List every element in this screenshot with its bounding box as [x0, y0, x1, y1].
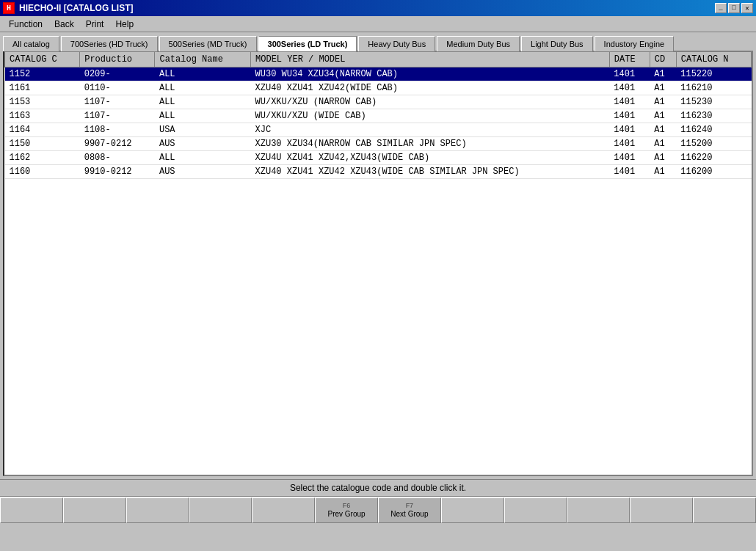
status-message: Select the catalogue code and double cli… [290, 483, 466, 493]
table-cell: A1 [650, 165, 676, 179]
col-cd: CD [650, 52, 676, 67]
table-cell: 9910-0212 [80, 165, 155, 179]
table-cell: 1150 [5, 137, 80, 151]
table-cell: 1153 [5, 95, 80, 109]
table-cell: XJC [251, 123, 610, 137]
fkey-6[interactable]: F6Prev Group [315, 497, 378, 523]
status-bar: Select the catalogue code and double cli… [0, 479, 756, 497]
table-cell: 1164 [5, 123, 80, 137]
fkey-10 [567, 497, 630, 523]
col-catalog-n: CATALOG N [676, 52, 751, 67]
table-cell: 1161 [5, 81, 80, 95]
app-icon: H [3, 2, 15, 14]
table-cell: XZU30 XZU34(NARROW CAB SIMILAR JPN SPEC) [251, 137, 610, 151]
tab-industry-engine[interactable]: Industory Engine [595, 36, 675, 51]
table-body: 11520209-ALLWU30 WU34 XZU34(NARROW CAB)1… [5, 67, 752, 179]
table-cell: A1 [650, 137, 676, 151]
table-cell: 115220 [676, 67, 751, 81]
table-cell: 1152 [5, 67, 80, 81]
tab-light-duty-bus[interactable]: Light Duty Bus [521, 36, 593, 51]
table-cell: 1401 [609, 81, 650, 95]
tab-all-catalog[interactable]: All catalog [3, 36, 59, 51]
menu-bar: Function Back Print Help [0, 16, 756, 32]
table-row[interactable]: 11531107-ALLWU/XKU/XZU (NARROW CAB)1401A… [5, 95, 752, 109]
table-cell: 1163 [5, 109, 80, 123]
col-catalog-c: CATALOG C [5, 52, 80, 67]
tab-heavy-duty-bus[interactable]: Heavy Duty Bus [358, 36, 435, 51]
menu-help[interactable]: Help [109, 18, 139, 31]
table-cell: 1401 [609, 123, 650, 137]
table-cell: 0808- [80, 151, 155, 165]
table-row[interactable]: 11609910-0212AUSXZU40 XZU41 XZU42 XZU43(… [5, 165, 752, 179]
table-row[interactable]: 11620808-ALLXZU4U XZU41 XZU42,XZU43(WIDE… [5, 151, 752, 165]
table-cell: ALL [155, 109, 251, 123]
tab-700series[interactable]: 700Series (HD Truck) [61, 36, 158, 51]
fkey-label: Prev Group [327, 510, 365, 519]
table-cell: 1401 [609, 95, 650, 109]
title-bar-buttons[interactable]: _ □ ✕ [715, 3, 753, 13]
tab-medium-duty-bus[interactable]: Medium Duty Bus [437, 36, 520, 51]
table-cell: 116240 [676, 123, 751, 137]
table-row[interactable]: 11631107-ALLWU/XKU/XZU (WIDE CAB)1401A11… [5, 109, 752, 123]
table-cell: 0110- [80, 81, 155, 95]
fkey-label: Next Group [390, 510, 428, 519]
table-cell: A1 [650, 81, 676, 95]
minimize-button[interactable]: _ [715, 3, 727, 13]
fkey-5 [252, 497, 315, 523]
table-cell: ALL [155, 67, 251, 81]
table-row[interactable]: 11641108-USAXJC1401A1116240 [5, 123, 752, 137]
table-cell: 1401 [609, 137, 650, 151]
fkey-7[interactable]: F7Next Group [378, 497, 441, 523]
table-row[interactable]: 11610110-ALLXZU40 XZU41 XZU42(WIDE CAB)1… [5, 81, 752, 95]
table-cell: ALL [155, 151, 251, 165]
table-cell: AUS [155, 137, 251, 151]
table-cell: 116210 [676, 81, 751, 95]
fkey-2 [63, 497, 126, 523]
table-cell: WU/XKU/XZU (NARROW CAB) [251, 95, 610, 109]
menu-function[interactable]: Function [3, 18, 48, 31]
col-model: MODEL YER / MODEL [251, 52, 610, 67]
table-cell: XZU40 XZU41 XZU42 XZU43(WIDE CAB SIMILAR… [251, 165, 610, 179]
fkey-4 [189, 497, 252, 523]
table-cell: XZU4U XZU41 XZU42,XZU43(WIDE CAB) [251, 151, 610, 165]
table-cell: A1 [650, 67, 676, 81]
col-date: DATE [609, 52, 650, 67]
table-row[interactable]: 11509907-0212AUSXZU30 XZU34(NARROW CAB S… [5, 137, 752, 151]
fkey-num: F6 [343, 502, 351, 510]
catalog-table: CATALOG C Productio Catalog Name MODEL Y… [4, 52, 752, 179]
table-cell: 115200 [676, 137, 751, 151]
table-cell: 1108- [80, 123, 155, 137]
menu-print[interactable]: Print [80, 18, 110, 31]
title-bar-left: H HIECHO-II [CATALOG LIST] [3, 2, 134, 14]
tab-300series[interactable]: 300Series (LD Truck) [258, 36, 357, 51]
fkey-12 [693, 497, 756, 523]
table-cell: 9907-0212 [80, 137, 155, 151]
main-content-area: CATALOG C Productio Catalog Name MODEL Y… [3, 51, 753, 476]
table-cell: 1160 [5, 165, 80, 179]
table-cell: XZU40 XZU41 XZU42(WIDE CAB) [251, 81, 610, 95]
table-cell: A1 [650, 95, 676, 109]
menu-back[interactable]: Back [48, 18, 80, 31]
table-cell: 1401 [609, 165, 650, 179]
table-cell: 116220 [676, 151, 751, 165]
table-cell: 1107- [80, 95, 155, 109]
table-cell: ALL [155, 95, 251, 109]
fkey-3 [126, 497, 189, 523]
tab-500series[interactable]: 500Series (MD Truck) [159, 36, 257, 51]
table-cell: 116200 [676, 165, 751, 179]
tab-bar: All catalog 700Series (HD Truck) 500Seri… [0, 32, 756, 51]
maximize-button[interactable]: □ [728, 3, 740, 13]
table-cell: 115230 [676, 95, 751, 109]
table-cell: 1162 [5, 151, 80, 165]
table-cell: 1401 [609, 109, 650, 123]
title-bar: H HIECHO-II [CATALOG LIST] _ □ ✕ [0, 0, 756, 16]
window-title: HIECHO-II [CATALOG LIST] [19, 3, 134, 13]
table-row[interactable]: 11520209-ALLWU30 WU34 XZU34(NARROW CAB)1… [5, 67, 752, 81]
fkey-1 [0, 497, 63, 523]
table-cell: A1 [650, 151, 676, 165]
table-cell: 1401 [609, 151, 650, 165]
table-cell: A1 [650, 109, 676, 123]
close-button[interactable]: ✕ [741, 3, 753, 13]
fkey-11 [630, 497, 693, 523]
fkey-8 [441, 497, 504, 523]
